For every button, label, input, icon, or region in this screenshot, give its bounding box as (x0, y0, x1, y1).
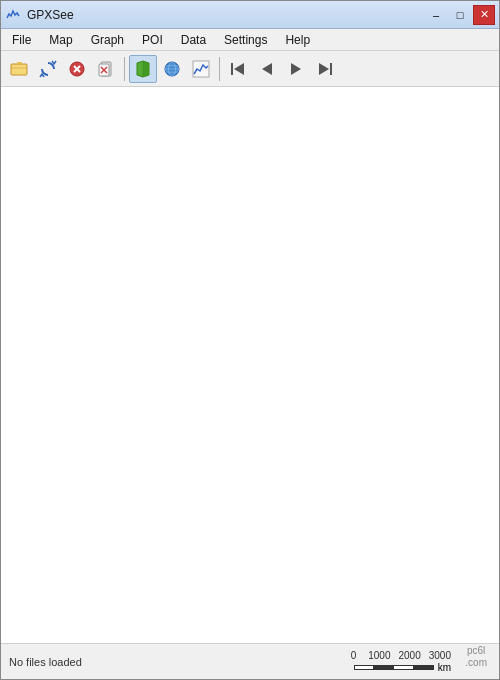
menu-bar: File Map Graph POI Data Settings Help (1, 29, 499, 51)
online-map-button[interactable] (158, 55, 186, 83)
next-button[interactable] (282, 55, 310, 83)
toolbar (1, 51, 499, 87)
title-bar-left: GPXSee (5, 7, 74, 23)
svg-marker-23 (291, 63, 301, 75)
toolbar-sep-2 (219, 57, 220, 81)
scale-row: km (354, 662, 451, 673)
close-button[interactable]: ✕ (473, 5, 495, 25)
last-button[interactable] (311, 55, 339, 83)
toolbar-sep-1 (124, 57, 125, 81)
main-window: GPXSee – □ ✕ File Map Graph POI Data Set… (0, 0, 500, 680)
menu-data[interactable]: Data (172, 30, 215, 50)
menu-poi[interactable]: POI (133, 30, 172, 50)
scale-unit: km (438, 662, 451, 673)
scale-bar-area: 0 1000 2000 3000 km pc6l .com (351, 650, 491, 673)
menu-help[interactable]: Help (276, 30, 319, 50)
status-bar: No files loaded 0 1000 2000 3000 km (1, 643, 499, 679)
title-bar-controls: – □ ✕ (425, 5, 495, 25)
svg-marker-25 (319, 63, 329, 75)
select-map-button[interactable] (129, 55, 157, 83)
scale-labels: 0 1000 2000 3000 (351, 650, 451, 661)
menu-graph[interactable]: Graph (82, 30, 133, 50)
main-content[interactable] (1, 87, 499, 643)
open-button[interactable] (5, 55, 33, 83)
graph-view-button[interactable] (187, 55, 215, 83)
watermark: pc6l .com (465, 645, 487, 669)
minimize-button[interactable]: – (425, 5, 447, 25)
maximize-button[interactable]: □ (449, 5, 471, 25)
svg-marker-22 (262, 63, 272, 75)
svg-rect-1 (11, 64, 27, 75)
scale-label-0: 0 (351, 650, 357, 661)
prev-button[interactable] (253, 55, 281, 83)
svg-marker-21 (234, 63, 244, 75)
scale-label-2000: 2000 (399, 650, 421, 661)
title-bar: GPXSee – □ ✕ (1, 1, 499, 29)
status-text: No files loaded (9, 656, 82, 668)
scale-bar (354, 665, 434, 670)
reload-button[interactable] (34, 55, 62, 83)
first-button[interactable] (224, 55, 252, 83)
window-title: GPXSee (27, 8, 74, 22)
scale-label-1000: 1000 (368, 650, 390, 661)
close-all-button[interactable] (92, 55, 120, 83)
menu-settings[interactable]: Settings (215, 30, 276, 50)
close-file-button[interactable] (63, 55, 91, 83)
svg-rect-2 (17, 62, 22, 64)
scale-label-3000: 3000 (429, 650, 451, 661)
gpxsee-icon (5, 7, 21, 23)
menu-file[interactable]: File (3, 30, 40, 50)
menu-map[interactable]: Map (40, 30, 81, 50)
svg-marker-11 (143, 61, 149, 77)
